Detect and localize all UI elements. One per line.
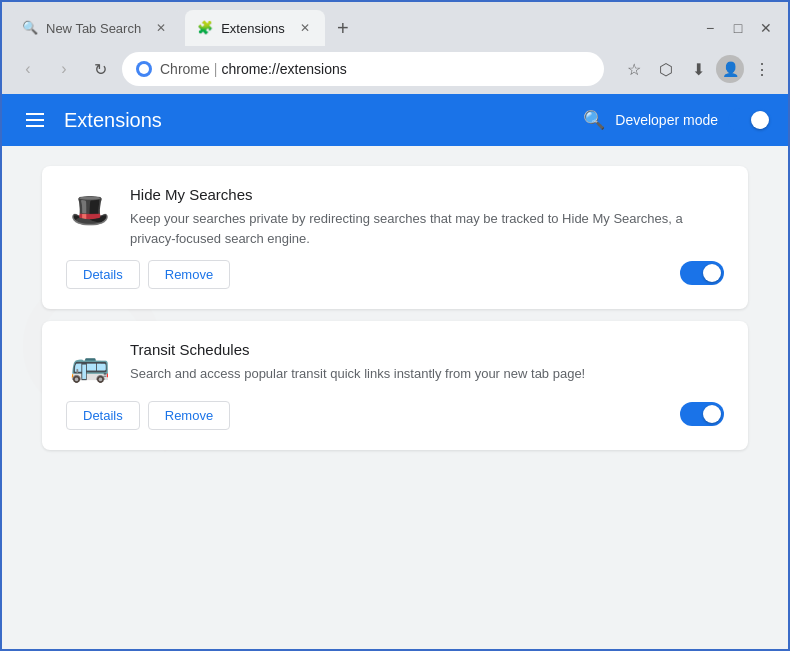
menu-icon[interactable]: ⋮ bbox=[748, 55, 776, 83]
hamburger-line-1 bbox=[26, 113, 44, 115]
forward-button[interactable]: › bbox=[50, 55, 78, 83]
tab-extensions[interactable]: 🧩 Extensions ✕ bbox=[185, 10, 325, 46]
extensions-search-icon[interactable]: 🔍 bbox=[583, 109, 605, 131]
ext-icon-bus: 🚌 bbox=[66, 341, 114, 389]
ext-toggle-area-1 bbox=[680, 261, 724, 289]
url-separator: | bbox=[214, 61, 218, 77]
extension-card-transit-schedules: 🚌 Transit Schedules Search and access po… bbox=[42, 321, 748, 450]
ext-name-2: Transit Schedules bbox=[130, 341, 724, 358]
url-input[interactable]: Chrome | chrome://extensions bbox=[122, 52, 604, 86]
toggle-knob bbox=[751, 111, 769, 129]
toggle-knob-2 bbox=[703, 405, 721, 423]
ext-remove-button-1[interactable]: Remove bbox=[148, 260, 230, 289]
ext-info-2: Transit Schedules Search and access popu… bbox=[130, 341, 724, 384]
page-content: RISH.COM 🎩 Hide My Searches Keep your se… bbox=[2, 146, 788, 649]
url-text: Chrome | chrome://extensions bbox=[160, 61, 347, 77]
developer-mode-area: 🔍 Developer mode bbox=[583, 108, 772, 132]
url-domain: Chrome bbox=[160, 61, 210, 77]
url-favicon bbox=[136, 61, 152, 77]
developer-mode-toggle[interactable] bbox=[728, 108, 772, 132]
ext-details-button-2[interactable]: Details bbox=[66, 401, 140, 430]
browser-window: 🔍 New Tab Search ✕ 🧩 Extensions ✕ + − □ … bbox=[0, 0, 790, 651]
ext-details-button-1[interactable]: Details bbox=[66, 260, 140, 289]
extension-card-hide-my-searches: 🎩 Hide My Searches Keep your searches pr… bbox=[42, 166, 748, 309]
developer-mode-label: Developer mode bbox=[615, 112, 718, 128]
hamburger-menu-button[interactable] bbox=[18, 105, 52, 135]
hamburger-line-3 bbox=[26, 125, 44, 127]
tab-2-close[interactable]: ✕ bbox=[297, 20, 313, 36]
svg-point-0 bbox=[139, 64, 149, 74]
ext-actions-1: Details Remove bbox=[66, 260, 724, 289]
ext-desc-2: Search and access popular transit quick … bbox=[130, 364, 724, 384]
tab-extensions-icon: 🧩 bbox=[197, 20, 213, 36]
ext-name-1: Hide My Searches bbox=[130, 186, 724, 203]
tab-2-label: Extensions bbox=[221, 21, 285, 36]
extensions-header: Extensions 🔍 Developer mode bbox=[2, 94, 788, 146]
ext-top-1: 🎩 Hide My Searches Keep your searches pr… bbox=[66, 186, 724, 248]
minimize-button[interactable]: − bbox=[700, 18, 720, 38]
profile-avatar[interactable]: 👤 bbox=[716, 55, 744, 83]
close-button[interactable]: ✕ bbox=[756, 18, 776, 38]
address-bar: ‹ › ↻ Chrome | chrome://extensions ☆ ⬡ ⬇… bbox=[2, 46, 788, 94]
tab-1-close[interactable]: ✕ bbox=[153, 20, 169, 36]
new-tab-button[interactable]: + bbox=[329, 14, 357, 42]
extensions-list: 🎩 Hide My Searches Keep your searches pr… bbox=[2, 146, 788, 470]
tab-1-label: New Tab Search bbox=[46, 21, 141, 36]
bookmark-icon[interactable]: ☆ bbox=[620, 55, 648, 83]
hamburger-line-2 bbox=[26, 119, 44, 121]
back-button[interactable]: ‹ bbox=[14, 55, 42, 83]
url-path: chrome://extensions bbox=[221, 61, 346, 77]
toggle-knob-1 bbox=[703, 264, 721, 282]
reload-button[interactable]: ↻ bbox=[86, 55, 114, 83]
address-actions: ☆ ⬡ ⬇ 👤 ⋮ bbox=[620, 55, 776, 83]
extensions-page-title: Extensions bbox=[64, 109, 583, 132]
tab-new-tab-search[interactable]: 🔍 New Tab Search ✕ bbox=[10, 10, 181, 46]
ext-info-1: Hide My Searches Keep your searches priv… bbox=[130, 186, 724, 248]
tab-search-icon: 🔍 bbox=[22, 20, 38, 36]
extension-icon[interactable]: ⬡ bbox=[652, 55, 680, 83]
ext-remove-button-2[interactable]: Remove bbox=[148, 401, 230, 430]
ext-top-2: 🚌 Transit Schedules Search and access po… bbox=[66, 341, 724, 389]
title-bar: 🔍 New Tab Search ✕ 🧩 Extensions ✕ + − □ … bbox=[2, 2, 788, 46]
window-controls: − □ ✕ bbox=[700, 18, 780, 38]
ext-enable-toggle-2[interactable] bbox=[680, 402, 724, 426]
ext-icon-hat: 🎩 bbox=[66, 186, 114, 234]
ext-toggle-area-2 bbox=[680, 402, 724, 430]
ext-enable-toggle-1[interactable] bbox=[680, 261, 724, 285]
download-icon[interactable]: ⬇ bbox=[684, 55, 712, 83]
maximize-button[interactable]: □ bbox=[728, 18, 748, 38]
ext-desc-1: Keep your searches private by redirectin… bbox=[130, 209, 724, 248]
ext-actions-2: Details Remove bbox=[66, 401, 724, 430]
